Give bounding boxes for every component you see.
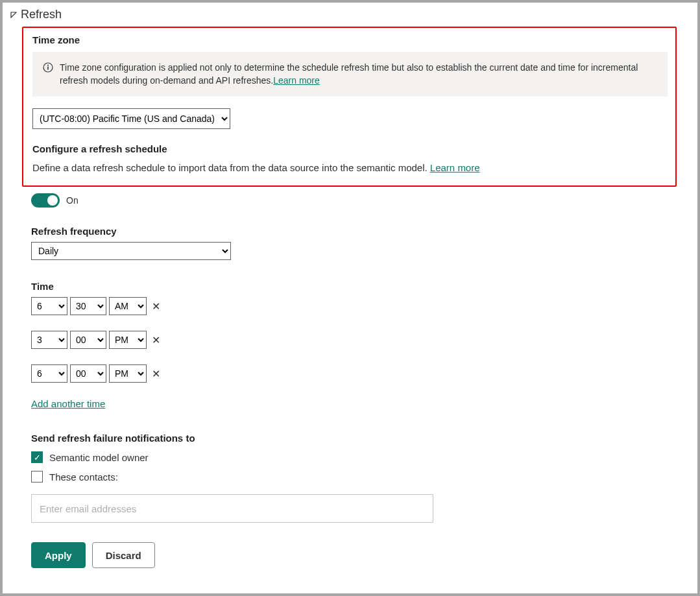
time-row-2: 6 00 PM ✕ <box>31 364 677 383</box>
timezone-info-banner: Time zone configuration is applied not o… <box>32 52 668 97</box>
apply-button[interactable]: Apply <box>31 542 86 568</box>
contacts-checkbox-row: These contacts: <box>31 471 677 483</box>
timezone-info-text-wrap: Time zone configuration is applied not o… <box>60 61 657 88</box>
time-ampm-select[interactable]: PM <box>109 364 147 383</box>
schedule-toggle[interactable] <box>31 193 60 208</box>
time-ampm-select[interactable]: PM <box>109 331 147 349</box>
time-hour-select[interactable]: 6 <box>31 364 67 383</box>
svg-rect-2 <box>47 67 49 70</box>
section-header[interactable]: Refresh <box>3 3 697 24</box>
time-row-1: 3 00 PM ✕ <box>31 331 677 349</box>
discard-button[interactable]: Discard <box>92 542 155 568</box>
add-another-time-link[interactable]: Add another time <box>31 398 105 409</box>
timezone-heading: Time zone <box>32 34 668 45</box>
remove-time-icon[interactable]: ✕ <box>149 300 163 313</box>
time-hour-select[interactable]: 6 <box>31 297 67 315</box>
remove-time-icon[interactable]: ✕ <box>149 334 163 346</box>
notifications-heading: Send refresh failure notifications to <box>31 433 677 444</box>
refresh-settings-panel: Refresh Time zone Time zone configuratio… <box>3 3 697 593</box>
svg-point-1 <box>47 65 49 66</box>
schedule-learn-more-link[interactable]: Learn more <box>430 162 480 173</box>
owner-checkbox-row: ✓ Semantic model owner <box>31 451 677 463</box>
caret-expanded-icon <box>10 12 17 18</box>
contacts-email-input[interactable] <box>31 494 433 523</box>
schedule-heading: Configure a refresh schedule <box>32 143 668 154</box>
schedule-description: Define a data refresh schedule to import… <box>32 162 430 173</box>
toggle-knob <box>47 195 58 206</box>
timezone-info-text: Time zone configuration is applied not o… <box>60 62 638 86</box>
time-minute-select[interactable]: 30 <box>70 297 106 315</box>
toggle-label: On <box>66 195 78 206</box>
info-icon <box>43 62 53 73</box>
frequency-select[interactable]: Daily <box>31 242 231 260</box>
schedule-toggle-row: On <box>31 193 677 208</box>
time-minute-select[interactable]: 00 <box>70 331 106 349</box>
action-buttons: Apply Discard <box>31 542 677 568</box>
time-ampm-select[interactable]: AM <box>109 297 147 315</box>
time-row-0: 6 30 AM ✕ <box>31 297 677 315</box>
highlight-region: Time zone Time zone configuration is app… <box>22 27 677 187</box>
remove-time-icon[interactable]: ✕ <box>149 368 163 380</box>
contacts-checkbox-label: These contacts: <box>49 471 118 483</box>
schedule-description-row: Define a data refresh schedule to import… <box>32 161 668 176</box>
time-label: Time <box>31 281 677 292</box>
section-title: Refresh <box>21 8 62 21</box>
time-minute-select[interactable]: 00 <box>70 364 106 383</box>
time-hour-select[interactable]: 3 <box>31 331 67 349</box>
timezone-select[interactable]: (UTC-08:00) Pacific Time (US and Canada) <box>32 108 230 129</box>
timezone-learn-more-link[interactable]: Learn more <box>273 75 320 86</box>
contacts-checkbox[interactable] <box>31 471 43 483</box>
owner-checkbox[interactable]: ✓ <box>31 451 43 463</box>
owner-checkbox-label: Semantic model owner <box>49 452 149 463</box>
checkmark-icon: ✓ <box>34 453 41 462</box>
frequency-label: Refresh frequency <box>31 226 677 237</box>
